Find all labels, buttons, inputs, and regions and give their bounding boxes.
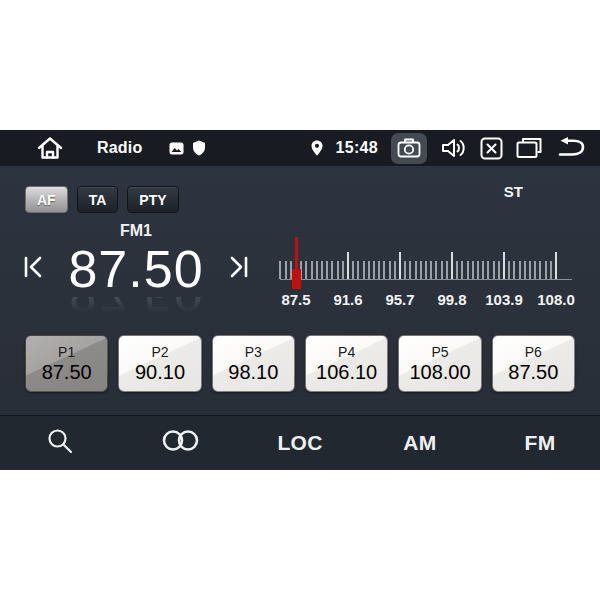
ruler-minor-tick xyxy=(550,261,552,279)
ruler-major-tick xyxy=(399,252,401,279)
loop-button[interactable] xyxy=(150,428,210,458)
page-title: Radio xyxy=(97,139,142,157)
preset-frequency: 106.10 xyxy=(316,361,377,384)
ruler-scale-label: 108.0 xyxy=(537,291,575,308)
loc-button[interactable]: LOC xyxy=(270,431,330,455)
ruler-minor-tick xyxy=(539,261,541,279)
recent-apps-icon xyxy=(516,137,542,159)
stereo-indicator: ST xyxy=(504,183,523,200)
rds-buttons: AF TA PTY xyxy=(25,186,179,213)
preset-button-p6[interactable]: P6 87.50 xyxy=(492,335,575,392)
ruler-minor-tick xyxy=(305,261,307,279)
preset-button-p3[interactable]: P3 98.10 xyxy=(212,335,295,392)
ruler-minor-tick xyxy=(498,261,500,279)
tuning-needle-base xyxy=(292,269,301,289)
seek-up-button[interactable] xyxy=(228,255,250,283)
current-frequency: 87.50 xyxy=(68,243,203,295)
preset-button-p5[interactable]: P5 108.00 xyxy=(398,335,481,392)
ruler-minor-tick xyxy=(435,261,437,279)
ruler-minor-tick xyxy=(357,261,359,279)
home-icon xyxy=(36,135,64,161)
scan-button[interactable] xyxy=(30,427,90,460)
radio-main-area: AF TA PTY ST FM1 87.50 xyxy=(0,166,600,415)
ruler-minor-tick xyxy=(368,261,370,279)
volume-button[interactable] xyxy=(440,136,467,160)
ruler-minor-tick xyxy=(472,261,474,279)
preset-label: P1 xyxy=(58,344,75,360)
ruler-minor-tick xyxy=(321,261,323,279)
search-icon xyxy=(46,427,74,460)
ruler-minor-tick xyxy=(545,261,547,279)
ruler-minor-tick xyxy=(529,261,531,279)
fm-button[interactable]: FM xyxy=(510,431,570,455)
back-button[interactable] xyxy=(555,137,585,159)
band-label: FM1 xyxy=(22,222,250,240)
af-button[interactable]: AF xyxy=(25,186,68,213)
seek-down-button[interactable] xyxy=(22,255,44,283)
back-icon xyxy=(555,137,585,159)
ruler-minor-tick xyxy=(420,261,422,279)
home-button[interactable] xyxy=(36,135,64,161)
ruler-minor-tick xyxy=(285,261,287,279)
ruler-minor-tick xyxy=(331,261,333,279)
ruler-minor-tick xyxy=(394,261,396,279)
ruler-scale-label: 103.9 xyxy=(485,291,523,308)
location-icon xyxy=(311,140,323,156)
ruler-minor-tick xyxy=(477,261,479,279)
ruler-minor-tick xyxy=(519,261,521,279)
recent-apps-button[interactable] xyxy=(516,137,542,159)
screenshot-button[interactable] xyxy=(391,133,427,164)
ruler-major-tick xyxy=(347,252,349,279)
close-app-button[interactable] xyxy=(480,137,503,160)
ruler-minor-tick xyxy=(534,261,536,279)
preset-frequency: 98.10 xyxy=(228,361,278,384)
ruler-minor-tick xyxy=(373,261,375,279)
ruler-major-tick xyxy=(451,252,453,279)
ruler-minor-tick xyxy=(389,261,391,279)
preset-button-p2[interactable]: P2 90.10 xyxy=(118,335,201,392)
ruler-minor-tick xyxy=(524,261,526,279)
ruler-major-tick xyxy=(555,252,557,279)
ruler-minor-tick xyxy=(342,261,344,279)
preset-frequency: 108.00 xyxy=(409,361,470,384)
pty-button[interactable]: PTY xyxy=(127,186,178,213)
ruler-minor-tick xyxy=(446,261,448,279)
ruler-scale-label: 87.5 xyxy=(281,291,310,308)
am-button[interactable]: AM xyxy=(390,431,450,455)
close-app-icon xyxy=(480,137,503,160)
ruler-minor-tick xyxy=(352,261,354,279)
ruler-minor-tick xyxy=(461,261,463,279)
ruler-minor-tick xyxy=(441,261,443,279)
seek-next-icon xyxy=(228,255,250,283)
camera-icon xyxy=(397,138,421,158)
ruler-scale-label: 95.7 xyxy=(385,291,414,308)
preset-button-p1[interactable]: P1 87.50 xyxy=(25,335,108,392)
ruler-minor-tick xyxy=(508,261,510,279)
ruler-minor-tick xyxy=(383,261,385,279)
status-bar: Radio 15:48 xyxy=(0,130,600,166)
preset-frequency: 87.50 xyxy=(508,361,558,384)
preset-frequency: 90.10 xyxy=(135,361,185,384)
volume-icon xyxy=(440,136,467,160)
ta-button[interactable]: TA xyxy=(77,186,119,213)
ruler-minor-tick xyxy=(482,261,484,279)
ruler-major-tick xyxy=(503,252,505,279)
statusbar-right-cluster: 15:48 xyxy=(311,133,585,164)
preset-label: P4 xyxy=(338,344,355,360)
ruler-baseline xyxy=(280,279,572,280)
ruler-minor-tick xyxy=(513,261,515,279)
preset-label: P3 xyxy=(245,344,262,360)
ruler-minor-tick xyxy=(316,261,318,279)
ruler-minor-tick xyxy=(326,261,328,279)
ruler-minor-tick xyxy=(415,261,417,279)
ruler-minor-tick xyxy=(487,261,489,279)
ruler-minor-tick xyxy=(425,261,427,279)
frequency-display-block: FM1 87.50 xyxy=(22,222,250,319)
frequency-reflection: 87.50 xyxy=(22,297,250,319)
preset-label: P2 xyxy=(151,344,168,360)
preset-button-p4[interactable]: P4 106.10 xyxy=(305,335,388,392)
ruler-minor-tick xyxy=(363,261,365,279)
preset-label: P5 xyxy=(431,344,448,360)
photo-icon xyxy=(169,142,184,155)
frequency-ruler: 87.591.695.799.8103.9108.0 xyxy=(280,235,580,313)
